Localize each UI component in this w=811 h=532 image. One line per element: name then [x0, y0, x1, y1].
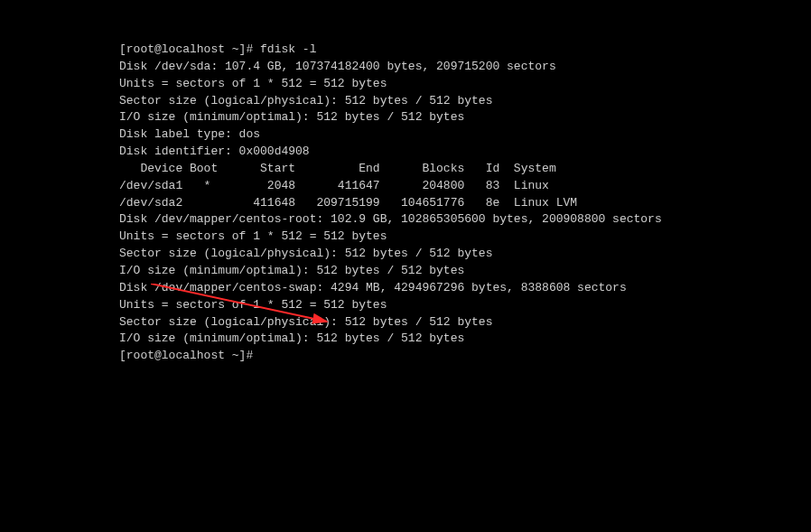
- partition-row: /dev/sda1 * 2048 411647 204800 83 Linux: [119, 178, 811, 195]
- output-line: I/O size (minimum/optimal): 512 bytes / …: [119, 331, 811, 348]
- output-line: Sector size (logical/physical): 512 byte…: [119, 93, 811, 110]
- output-line: Disk label type: dos: [119, 126, 811, 144]
- output-line: Disk /dev/mapper/centos-swap: 4294 MB, 4…: [119, 280, 811, 297]
- output-line: I/O size (minimum/optimal): 512 bytes / …: [119, 263, 811, 280]
- partition-header-line: Device Boot Start End Blocks Id System: [119, 161, 811, 178]
- output-line: Sector size (logical/physical): 512 byte…: [119, 314, 811, 331]
- output-line: Units = sectors of 1 * 512 = 512 bytes: [119, 229, 811, 246]
- output-line: Units = sectors of 1 * 512 = 512 bytes: [119, 76, 811, 93]
- output-line: Units = sectors of 1 * 512 = 512 bytes: [119, 297, 811, 314]
- prompt-idle-line[interactable]: [root@localhost ~]#: [119, 348, 811, 365]
- output-line: Disk identifier: 0x000d4908: [119, 144, 811, 161]
- output-line: I/O size (minimum/optimal): 512 bytes / …: [119, 109, 811, 126]
- output-line: Disk /dev/mapper/centos-root: 102.9 GB, …: [119, 211, 811, 229]
- partition-row: /dev/sda2 411648 209715199 104651776 8e …: [119, 195, 811, 212]
- output-line: Disk /dev/sda: 107.4 GB, 107374182400 by…: [119, 59, 811, 76]
- output-line: Sector size (logical/physical): 512 byte…: [119, 246, 811, 263]
- prompt-command-line: [root@localhost ~]# fdisk -l: [119, 42, 811, 59]
